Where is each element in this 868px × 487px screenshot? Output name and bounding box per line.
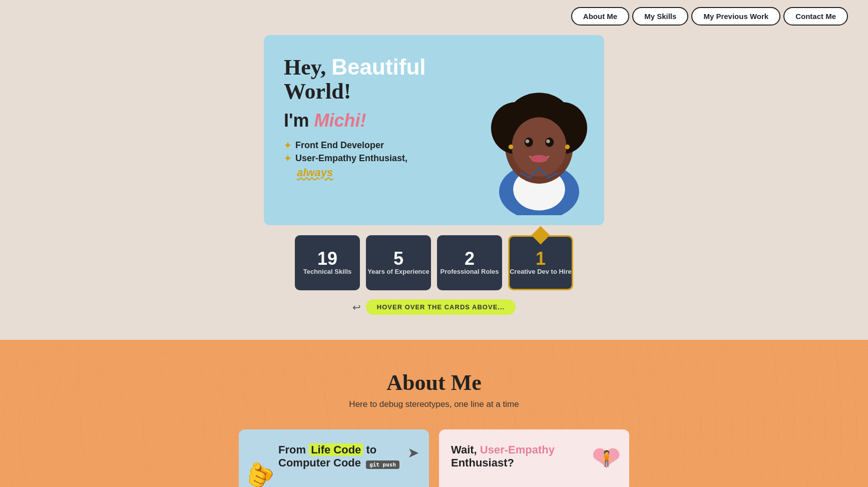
nav-my-previous-work[interactable]: My Previous Work [691, 7, 780, 26]
arrow-right-icon: ➤ [407, 444, 419, 461]
stat-cards-row: 19 Technical Skills 5 Years of Experienc… [295, 235, 573, 290]
hover-hint-area: ↩ HOVER OVER THE CARDS ABOVE... [352, 299, 516, 315]
nav-contact-me[interactable]: Contact Me [783, 7, 848, 26]
arrow-back-icon: ↩ [352, 301, 361, 313]
heart-icon-container: ❤ 🧍 [591, 441, 621, 477]
hero-top: Hey, Beautiful World! I'm Michi! ✦ Front… [264, 30, 604, 225]
hover-hint-text: HOVER OVER THE CARDS ABOVE... [366, 299, 516, 315]
svg-point-14 [565, 145, 570, 149]
user-empathy-text: User-Empathy [480, 443, 555, 456]
to-text: to [366, 443, 376, 456]
nav-my-skills[interactable]: My Skills [632, 7, 688, 26]
stat-label-creative: Creative Dev to Hire [510, 268, 572, 276]
about-subtitle: Here to debug stereotypes, one line at a… [20, 399, 848, 409]
heart-icon: ❤ 🧍 [591, 441, 621, 477]
greeting-hey: Hey, [284, 55, 331, 80]
hero-card: Hey, Beautiful World! I'm Michi! ✦ Front… [264, 35, 604, 225]
enthusiast-text: Enthusiast? [451, 456, 514, 469]
stat-number-creative: 1 [536, 250, 546, 268]
hero-greeting: Hey, Beautiful World! [284, 55, 474, 104]
nav-about-me[interactable]: About Me [571, 7, 629, 26]
hero-name-line: I'm Michi! [284, 110, 474, 131]
navigation: About Me My Skills My Previous Work Cont… [0, 0, 868, 33]
person-in-heart-icon: 🧍 [597, 451, 616, 466]
sparkle-icon-1: ✦ [284, 140, 291, 151]
stat-card-roles[interactable]: 2 Professional Roles [437, 235, 502, 290]
about-card-user-empathy: Wait, User-Empathy Enthusiast? ❤ 🧍 [439, 429, 629, 487]
sparkle-icon-2: ✦ [284, 153, 291, 164]
hero-role-1: ✦ Front End Developer [284, 140, 474, 151]
stat-card-technical-skills[interactable]: 19 Technical Skills [295, 235, 360, 290]
wait-text: Wait, [451, 443, 480, 456]
hero-role-2: ✦ User-Empathy Enthusiast, [284, 153, 474, 164]
stat-label-roles: Professional Roles [440, 268, 499, 276]
name-prefix: I'm [284, 110, 314, 131]
diamond-badge-icon [532, 226, 550, 245]
greeting-beautiful: Beautiful [331, 55, 425, 79]
stat-card-experience[interactable]: 5 Years of Experience [366, 235, 431, 290]
stat-number-roles: 2 [465, 250, 475, 268]
about-title: About Me [20, 370, 848, 395]
about-section: About Me Here to debug stereotypes, one … [0, 340, 868, 487]
greeting-world: World! [284, 79, 351, 104]
nav-links: About Me My Skills My Previous Work Cont… [571, 7, 848, 26]
stat-label-experience: Years of Experience [367, 268, 429, 276]
hero-roles: ✦ Front End Developer ✦ User-Empathy Ent… [284, 140, 474, 179]
role-2-text: User-Empathy Enthusiast, [295, 153, 407, 164]
hero-section: Hey, Beautiful World! I'm Michi! ✦ Front… [0, 0, 868, 325]
hero-name: Michi! [314, 110, 366, 131]
stat-label-skills: Technical Skills [303, 268, 352, 276]
git-push-badge: git push [366, 460, 399, 469]
about-card-life-code: 🫵 ➤ From Life Code to Computer Code git … [239, 429, 429, 487]
hero-text-block: Hey, Beautiful World! I'm Michi! ✦ Front… [284, 55, 474, 179]
stat-number-experience: 5 [393, 250, 403, 268]
hero-role-always: always [297, 166, 474, 179]
svg-point-10 [526, 139, 530, 143]
computer-code-text: Computer Code [278, 456, 361, 469]
stat-number-skills: 19 [317, 250, 337, 268]
avatar-container [464, 45, 614, 215]
svg-point-11 [546, 139, 550, 143]
svg-point-13 [509, 145, 513, 149]
svg-point-12 [531, 155, 548, 163]
stat-card-creative-dev[interactable]: 1 Creative Dev to Hire [508, 235, 573, 290]
about-card-1-title: From Life Code to Computer Code git push [251, 443, 417, 469]
about-cards: 🫵 ➤ From Life Code to Computer Code git … [234, 429, 634, 487]
about-card-1-content: 🫵 ➤ From Life Code to Computer Code git … [239, 429, 429, 487]
role-1-text: Front End Developer [295, 140, 384, 151]
avatar-illustration [469, 55, 609, 215]
hero-content: Hey, Beautiful World! I'm Michi! ✦ Front… [264, 30, 604, 315]
from-text: From [278, 443, 309, 456]
about-card-2-content: Wait, User-Empathy Enthusiast? ❤ 🧍 [439, 429, 629, 487]
life-code-text: Life Code [309, 443, 363, 456]
